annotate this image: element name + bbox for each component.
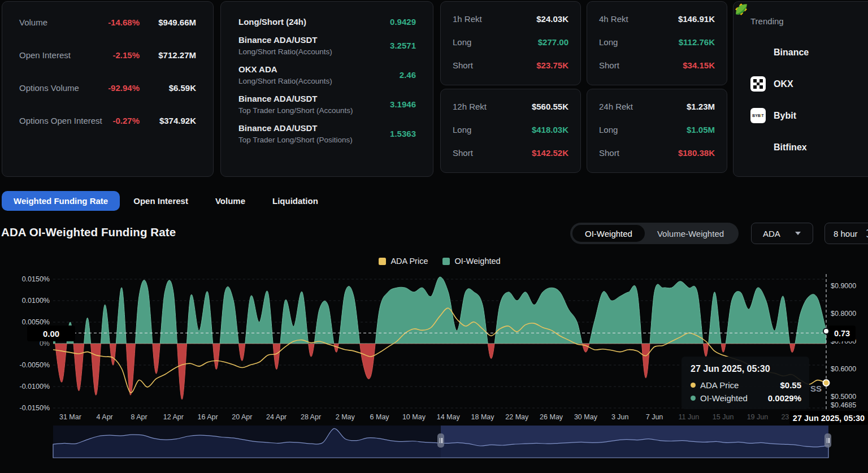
dashboard-page: Volume-14.68%$949.66MOpen Interest-2.15%…: [0, 0, 868, 473]
tooltip-series-label: OI-Weighted: [700, 393, 748, 403]
crosshair-right-badge: 0.73: [828, 326, 856, 341]
tooltip-series-dot: [691, 383, 696, 388]
tooltip-series-value: 0.0029%: [768, 393, 801, 403]
chart-tooltip: 27 Jun 2025, 05:30 ADA Price$0.55OI-Weig…: [682, 357, 809, 409]
tooltip-row: ADA Price$0.55: [691, 380, 801, 390]
tooltip-series-dot: [691, 396, 696, 401]
crosshair-date-badge: 27 Jun 2025, 05:30: [789, 411, 868, 425]
navigator-left-handle[interactable]: [437, 433, 444, 448]
crosshair-left-badge: 0.00: [27, 326, 75, 341]
tooltip-series-value: $0.55: [780, 380, 801, 390]
navigator-right-handle[interactable]: [824, 433, 831, 448]
tooltip-row: OI-Weighted0.0029%: [691, 393, 801, 403]
tooltip-series-label: ADA Price: [700, 380, 739, 390]
tooltip-date: 27 Jun 2025, 05:30: [691, 364, 801, 374]
watermark-text: SS: [810, 384, 822, 393]
